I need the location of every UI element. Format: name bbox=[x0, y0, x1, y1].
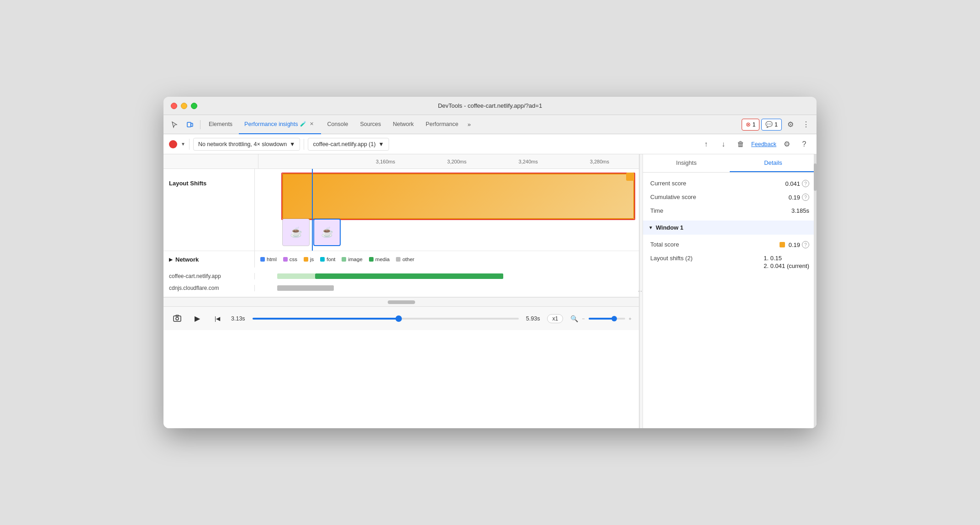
time-slider[interactable] bbox=[253, 318, 519, 320]
window-title: DevTools - coffee-cart.netlify.app/?ad=1 bbox=[438, 102, 542, 109]
delete-icon[interactable]: 🗑 bbox=[734, 137, 748, 151]
layout-shifts-row: Layout Shifts ☕ bbox=[163, 169, 639, 251]
cumulative-score-value: 0.19 ? bbox=[789, 194, 809, 201]
error-badge[interactable]: ⊗ 1 bbox=[742, 119, 760, 131]
net-bar-2 bbox=[277, 285, 334, 291]
download-icon[interactable]: ↓ bbox=[717, 137, 730, 151]
legend-js: js bbox=[304, 257, 314, 262]
tab-elements[interactable]: Elements bbox=[203, 115, 238, 134]
tab-details[interactable]: Details bbox=[730, 154, 817, 172]
domain-label-2: cdnjs.cloudflare.com bbox=[163, 285, 255, 291]
tab-performance-insights[interactable]: Performance insights 🧪 ✕ bbox=[239, 115, 321, 134]
zoom-slider-thumb[interactable] bbox=[611, 316, 617, 321]
settings-icon-button[interactable]: ⚙ bbox=[784, 118, 797, 131]
thumb-icon-2: ☕ bbox=[321, 226, 333, 238]
device-icon[interactable] bbox=[183, 117, 197, 132]
right-scrollbar[interactable] bbox=[814, 154, 817, 428]
panel-resize-handle[interactable]: ⋮ bbox=[639, 154, 643, 428]
thumbnail-1[interactable]: ☕ bbox=[282, 219, 310, 246]
window-section-header[interactable]: ▼ Window 1 bbox=[643, 220, 817, 235]
legend-dot-image bbox=[342, 257, 346, 262]
tab-network[interactable]: Network bbox=[387, 115, 419, 134]
domain-bar-area-2 bbox=[255, 285, 639, 291]
traffic-lights bbox=[171, 103, 197, 109]
network-header-row: ▶ Network html css bbox=[163, 251, 639, 268]
tab-close-button[interactable]: ✕ bbox=[308, 121, 316, 128]
devtools-window: DevTools - coffee-cart.netlify.app/?ad=1… bbox=[163, 97, 817, 428]
layout-shifts-label: Layout Shifts bbox=[163, 169, 255, 251]
titlebar: DevTools - coffee-cart.netlify.app/?ad=1 bbox=[163, 97, 817, 115]
network-label: ▶ Network bbox=[163, 251, 255, 268]
record-chevron-icon[interactable]: ▼ bbox=[181, 142, 185, 147]
zoom-out-icon[interactable]: 🔍 bbox=[570, 315, 578, 322]
total-score-info-icon[interactable]: ? bbox=[802, 241, 809, 248]
tab-bar: Elements Performance insights 🧪 ✕ Consol… bbox=[163, 115, 817, 134]
time-detail-label: Time bbox=[650, 207, 663, 214]
cumulative-score-info-icon[interactable]: ? bbox=[802, 194, 809, 201]
domain-bar-area-1 bbox=[255, 273, 639, 279]
cumulative-score-label: Cumulative score bbox=[650, 194, 696, 200]
layout-shifts-values: 1. 0.15 2. 0.041 (current) bbox=[764, 255, 809, 270]
toolbar-settings-icon[interactable]: ⚙ bbox=[780, 137, 794, 151]
legend-css: css bbox=[283, 257, 297, 262]
minimize-button[interactable] bbox=[181, 103, 187, 109]
zoom-slider[interactable] bbox=[589, 318, 625, 320]
start-button[interactable]: |◀ bbox=[211, 312, 224, 325]
info-badge[interactable]: 💬 1 bbox=[761, 119, 782, 131]
toolbar: ▼ No network throttling, 4× slowdown ▼ c… bbox=[163, 134, 817, 154]
feedback-link[interactable]: Feedback bbox=[751, 141, 776, 147]
right-scrollbar-thumb[interactable] bbox=[814, 163, 817, 191]
legend-media: media bbox=[369, 257, 390, 262]
net-bar-light-1 bbox=[277, 273, 315, 279]
toolbar-separator-1 bbox=[189, 139, 190, 150]
main-content: 3,160ms 3,200ms 3,240ms 3,280ms Layout S… bbox=[163, 154, 817, 428]
current-score-info-icon[interactable]: ? bbox=[802, 180, 809, 187]
throttle-dropdown[interactable]: No network throttling, 4× slowdown ▼ bbox=[193, 138, 300, 151]
close-button[interactable] bbox=[171, 103, 177, 109]
total-score-value: 0.19 ? bbox=[780, 241, 809, 248]
more-options-icon[interactable]: ⋮ bbox=[799, 118, 813, 131]
toolbar-right: ↑ ↓ 🗑 Feedback ⚙ ? bbox=[699, 137, 811, 151]
upload-icon[interactable]: ↑ bbox=[699, 137, 713, 151]
network-row: ▶ Network html css bbox=[163, 251, 639, 297]
maximize-button[interactable] bbox=[191, 103, 197, 109]
screenshot-icon[interactable] bbox=[171, 312, 184, 325]
legend-html: html bbox=[260, 257, 277, 262]
orange-indicator bbox=[626, 173, 634, 181]
tab-console[interactable]: Console bbox=[322, 115, 354, 134]
tab-performance[interactable]: Performance bbox=[420, 115, 464, 134]
tab-insights[interactable]: Insights bbox=[643, 154, 730, 172]
layout-shifts-chart[interactable]: ☕ ☕ bbox=[255, 169, 639, 251]
toolbar-separator-2 bbox=[304, 139, 304, 150]
scrollbar-area[interactable] bbox=[163, 297, 639, 306]
legend-dot-media bbox=[369, 257, 374, 262]
url-dropdown[interactable]: coffee-cart.netlify.app (1) ▼ bbox=[308, 138, 389, 151]
speed-badge[interactable]: x1 bbox=[547, 314, 563, 323]
time-end-label: 5.93s bbox=[526, 315, 540, 322]
zoom-slider-fill bbox=[589, 318, 614, 320]
network-domain-row-1: coffee-cart.netlify.app bbox=[163, 271, 639, 281]
help-icon[interactable]: ? bbox=[797, 137, 811, 151]
legend-dot-css bbox=[283, 257, 288, 262]
experiment-icon: 🧪 bbox=[300, 121, 306, 127]
tick-2: 3,200ms bbox=[447, 159, 466, 164]
play-button[interactable]: ▶ bbox=[191, 312, 204, 325]
thumbnail-2[interactable]: ☕ bbox=[313, 219, 341, 246]
ls-item-2: 2. 0.041 (current) bbox=[764, 262, 809, 269]
record-button[interactable] bbox=[169, 140, 177, 148]
tab-sources[interactable]: Sources bbox=[354, 115, 386, 134]
zoom-minus-icon: − bbox=[582, 316, 585, 321]
info-count: 1 bbox=[775, 121, 778, 128]
error-icon: ⊗ bbox=[746, 121, 751, 128]
cursor-icon[interactable] bbox=[167, 117, 182, 132]
network-collapse-icon[interactable]: ▶ bbox=[169, 257, 173, 262]
more-tabs-button[interactable]: » bbox=[465, 121, 474, 128]
current-score-value: 0.041 ? bbox=[785, 180, 809, 187]
scrollbar-thumb[interactable] bbox=[388, 300, 415, 304]
zoom-control: 🔍 − + bbox=[570, 315, 632, 322]
tick-1: 3,160ms bbox=[376, 159, 395, 164]
layout-shifts-row-detail: Layout shifts (2) 1. 0.15 2. 0.041 (curr… bbox=[650, 255, 809, 270]
time-slider-thumb[interactable] bbox=[395, 315, 402, 322]
total-score-label: Total score bbox=[650, 241, 679, 248]
time-detail-value: 3.185s bbox=[791, 207, 809, 214]
